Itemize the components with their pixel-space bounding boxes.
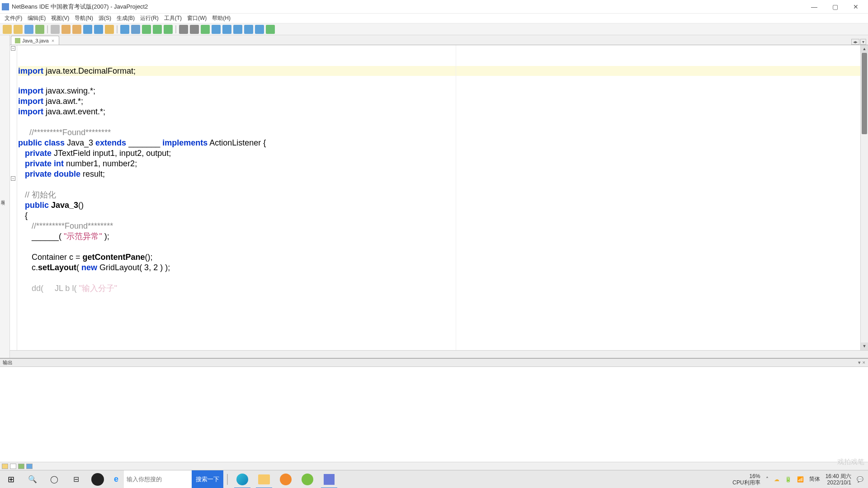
scroll-down-icon[interactable]: ▼: [861, 343, 868, 350]
toolbar-paste-icon[interactable]: [72, 25, 81, 34]
toolbar-cut-icon[interactable]: [51, 25, 60, 34]
editor-tabstrip: Java_3.java × ◂▸ ▾: [10, 35, 868, 45]
code-text: Container c =: [32, 253, 83, 262]
maximize-button[interactable]: ▢: [825, 0, 845, 14]
horizontal-scrollbar[interactable]: [10, 350, 868, 358]
toolbar-open-icon[interactable]: [24, 25, 33, 34]
menu-file[interactable]: 文件(F): [2, 14, 25, 23]
tab-nav-left-icon[interactable]: ◂▸: [851, 39, 859, 45]
toolbar-stepout-icon[interactable]: [233, 25, 242, 34]
toolbar-sep: [117, 25, 118, 33]
tray-wifi-icon[interactable]: 📶: [797, 476, 804, 483]
vertical-scrollbar[interactable]: ▲ ▼: [860, 45, 868, 350]
output-body[interactable]: [0, 367, 868, 462]
output-min-icon[interactable]: ▾: [858, 360, 861, 366]
menu-build[interactable]: 生成(B): [114, 14, 137, 23]
toolbar-find-icon[interactable]: [105, 25, 114, 34]
taskbar-search-button[interactable]: 搜索一下: [192, 470, 223, 488]
taskbar-app-explorer[interactable]: [253, 470, 275, 488]
code-kw: implements: [162, 138, 208, 147]
tray-battery-icon[interactable]: 🔋: [785, 476, 792, 483]
start-button[interactable]: ⊞: [0, 470, 22, 488]
toolbar-runto-icon[interactable]: [244, 25, 253, 34]
toolbar-stepinto-icon[interactable]: [222, 25, 231, 34]
taskbar-app-edge[interactable]: [231, 470, 253, 488]
status-icon: [18, 464, 24, 469]
code-text: c.: [32, 263, 38, 272]
toolbar-runmain-icon[interactable]: [164, 25, 173, 34]
toolbar-run-icon[interactable]: [142, 25, 151, 34]
code-text: java.text.DecimalFormat;: [43, 66, 136, 75]
tab-close-icon[interactable]: ×: [51, 38, 55, 43]
tab-label: Java_3.java: [22, 38, 49, 43]
menu-view[interactable]: 视图(V): [48, 14, 72, 23]
tray-clock[interactable]: 16:40 周六 2022/10/1: [826, 473, 851, 486]
toolbar-stepover-icon[interactable]: [212, 25, 221, 34]
taskbar-app-netbeans[interactable]: [318, 470, 340, 488]
fold-toggle-icon[interactable]: −: [11, 176, 15, 181]
code-comment: //*********Found********: [29, 128, 111, 137]
tab-java3[interactable]: Java_3.java ×: [11, 36, 59, 45]
toolbar-newproj-icon[interactable]: [14, 25, 23, 34]
toolbar-continue-icon[interactable]: [201, 25, 210, 34]
taskbar-app-orange[interactable]: [275, 470, 297, 488]
menu-run[interactable]: 运行(R): [137, 14, 161, 23]
toolbar-save-icon[interactable]: [35, 25, 44, 34]
code-text: (): [78, 201, 84, 210]
app-icon: [2, 3, 9, 10]
toolbar-stop-icon[interactable]: [179, 25, 188, 34]
code-editor[interactable]: import java.text.DecimalFormat; import j…: [17, 45, 860, 350]
taskbar-search-input[interactable]: [124, 470, 192, 488]
toolbar-pause-icon[interactable]: [190, 25, 199, 34]
menu-window[interactable]: 窗口(W): [184, 14, 209, 23]
code-fn: getContentPane: [83, 253, 145, 262]
cortana-icon[interactable]: ◯: [43, 470, 65, 488]
output-close-icon[interactable]: ×: [863, 360, 865, 366]
toolbar-sep: [175, 25, 176, 33]
tray-chevron-icon[interactable]: ˄: [766, 476, 769, 483]
tray-cloud-icon[interactable]: ☁: [774, 476, 779, 483]
close-button[interactable]: ✕: [845, 0, 866, 14]
menu-edit[interactable]: 编辑(E): [25, 14, 48, 23]
toolbar-sep: [47, 25, 48, 33]
tab-dropdown-icon[interactable]: ▾: [860, 39, 866, 45]
toolbar-undo-icon[interactable]: [83, 25, 92, 34]
code-kw: import: [18, 107, 43, 116]
fold-toggle-icon[interactable]: −: [11, 46, 15, 51]
scroll-thumb[interactable]: [862, 53, 867, 134]
toolbar-new-icon[interactable]: [3, 25, 12, 34]
fold-gutter[interactable]: − −: [10, 45, 17, 350]
taskbar: ⊞ 🔍 ◯ ⊟ e 搜索一下 16% CPU利用率 ˄ ☁ 🔋 📶 简体 16:…: [0, 470, 868, 488]
status-icon: [2, 464, 8, 469]
toolbar-redo-icon[interactable]: [94, 25, 103, 34]
taskbar-app-obs[interactable]: [87, 470, 108, 488]
toolbar-clean-icon[interactable]: [131, 25, 140, 34]
output-tab-label[interactable]: 输出: [3, 359, 13, 366]
code-text: dd( JL b l(: [18, 284, 79, 293]
statusbar: [0, 462, 868, 470]
menu-navigate[interactable]: 导航(N): [72, 14, 96, 23]
taskbar-search-icon[interactable]: 🔍: [22, 470, 43, 488]
task-view-icon[interactable]: ⊟: [65, 470, 87, 488]
ie-icon[interactable]: e: [108, 474, 124, 484]
left-side-panel[interactable]: 服 项: [0, 35, 10, 358]
notifications-icon[interactable]: 💬: [857, 476, 863, 483]
minimize-button[interactable]: —: [804, 0, 825, 14]
toolbar-refresh-icon[interactable]: [266, 25, 275, 34]
toolbar-apply-icon[interactable]: [255, 25, 264, 34]
code-text: number1, number2;: [64, 159, 137, 168]
menu-tools[interactable]: 工具(T): [161, 14, 184, 23]
scroll-up-icon[interactable]: ▲: [861, 45, 868, 53]
code-kw: private int: [25, 159, 64, 168]
code-text: Java_3: [49, 201, 78, 210]
code-kw: public class: [18, 138, 65, 147]
code-kw: private: [25, 149, 52, 158]
toolbar-debug-icon[interactable]: [153, 25, 162, 34]
toolbar-copy-icon[interactable]: [61, 25, 71, 34]
menu-help[interactable]: 帮助(H): [209, 14, 233, 23]
menu-source[interactable]: 源(S): [96, 14, 114, 23]
taskbar-app-green[interactable]: [297, 470, 318, 488]
ime-indicator[interactable]: 简体: [809, 475, 820, 483]
code-text: {: [25, 211, 28, 220]
toolbar-build-icon[interactable]: [120, 25, 129, 34]
